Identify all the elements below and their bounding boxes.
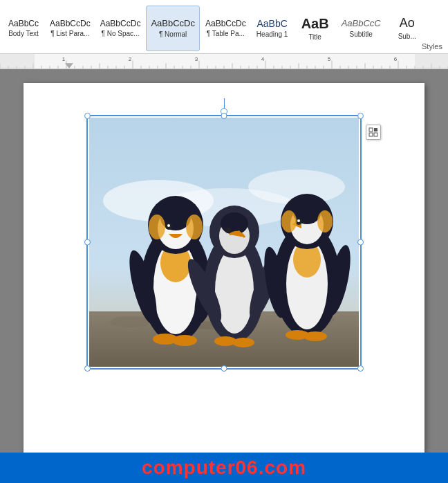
style-preview-body-text: AaBbCc <box>8 19 39 28</box>
style-label-heading1: Heading 1 <box>256 30 288 38</box>
page <box>24 83 424 476</box>
style-item-title[interactable]: AaB Title <box>295 6 336 51</box>
styles-panel-label: Styles <box>422 42 442 51</box>
svg-rect-112 <box>374 128 377 131</box>
svg-point-82 <box>186 215 203 239</box>
style-label-sub2: Sub... <box>398 33 416 40</box>
svg-point-81 <box>149 215 165 239</box>
svg-point-91 <box>221 212 248 235</box>
svg-text:1: 1 <box>62 56 65 62</box>
svg-point-88 <box>215 248 254 334</box>
layout-options-button[interactable] <box>366 125 381 140</box>
style-preview-table-para: AaBbCcDc <box>205 19 246 28</box>
style-item-body-text[interactable]: AaBbCc Body Text <box>3 6 44 51</box>
svg-rect-111 <box>369 128 373 131</box>
document-area: computer06.com <box>0 69 448 483</box>
svg-point-70 <box>110 316 151 327</box>
style-preview-normal: AaBbCcDc <box>151 18 195 29</box>
svg-point-104 <box>297 219 300 222</box>
style-item-subtitle[interactable]: AaBbCcC Subtitle <box>337 6 385 51</box>
style-item-heading1[interactable]: AaBbC Heading 1 <box>252 6 293 51</box>
style-item-list-para[interactable]: AaBbCcDc ¶ List Para... <box>46 6 95 51</box>
style-item-normal[interactable]: AaBbCcDc ¶ Normal <box>146 6 200 51</box>
svg-point-92 <box>225 228 231 233</box>
style-preview-heading1: AaBbC <box>256 18 287 30</box>
layout-options-icon <box>368 127 378 137</box>
svg-rect-114 <box>374 133 377 136</box>
style-preview-sub2: Ao <box>400 16 415 31</box>
svg-text:5: 5 <box>328 56 331 62</box>
styles-list: AaBbCc Body Text AaBbCcDc ¶ List Para...… <box>0 3 448 53</box>
svg-text:6: 6 <box>394 56 397 62</box>
watermark-text: computer06.com <box>142 457 306 478</box>
style-preview-no-space: AaBbCcDc <box>100 19 141 28</box>
style-preview-list-para: AaBbCcDc <box>50 19 91 28</box>
style-label-body-text: Body Text <box>8 30 39 37</box>
svg-point-106 <box>317 210 333 233</box>
style-label-no-space: ¶ No Spac... <box>102 30 140 37</box>
style-item-no-space[interactable]: AaBbCcDc ¶ No Spac... <box>96 6 145 51</box>
svg-text:3: 3 <box>195 56 198 62</box>
watermark-banner: computer06.com <box>0 453 448 483</box>
svg-point-86 <box>172 335 197 346</box>
style-label-subtitle: Subtitle <box>350 30 373 38</box>
svg-text:4: 4 <box>261 56 265 62</box>
svg-point-105 <box>281 210 297 233</box>
ribbon-styles-bar: AaBbCc Body Text AaBbCcDc ¶ List Para...… <box>0 0 448 54</box>
style-item-table-para[interactable]: AaBbCcDc ¶ Table Pa... <box>201 6 250 51</box>
svg-point-110 <box>304 331 327 341</box>
svg-rect-64 <box>415 54 448 69</box>
svg-point-80 <box>167 224 170 227</box>
penguin-image <box>89 118 359 367</box>
style-label-title: Title <box>308 33 321 41</box>
svg-point-96 <box>232 338 254 347</box>
rotation-handle[interactable] <box>221 98 227 115</box>
style-preview-subtitle: AaBbCcC <box>342 18 381 29</box>
svg-rect-113 <box>369 133 373 136</box>
style-label-list-para: ¶ List Para... <box>50 30 89 37</box>
ruler: 1 2 3 4 5 6 <box>0 54 448 69</box>
style-label-normal: ¶ Normal <box>159 30 187 38</box>
image-container[interactable] <box>89 118 359 367</box>
style-preview-title: AaB <box>301 15 329 32</box>
svg-text:2: 2 <box>129 56 131 62</box>
style-label-table-para: ¶ Table Pa... <box>207 30 245 37</box>
svg-rect-63 <box>0 54 35 69</box>
